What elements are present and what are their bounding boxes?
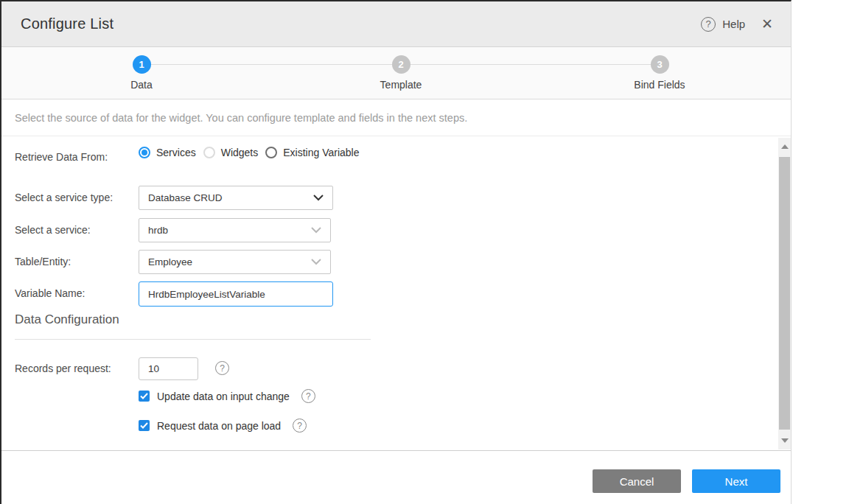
step-template[interactable]: 2 Template [357, 47, 445, 91]
retrieve-data-radio-group: Services Widgets Existing Variable [139, 147, 360, 158]
table-entity-value: Employee [148, 256, 311, 267]
radio-disabled-icon[interactable] [203, 147, 215, 158]
wizard-stepper: 1 Data 2 Template 3 Bind Fields [1, 47, 791, 99]
chevron-down-icon [311, 259, 321, 265]
dialog-subtitle: Select the source of data for the widget… [1, 100, 791, 136]
next-button[interactable]: Next [692, 469, 780, 493]
service-type-dropdown[interactable]: Database CRUD [139, 186, 333, 210]
checkbox-checked-icon[interactable] [139, 391, 150, 402]
step-label: Bind Fields [615, 79, 704, 91]
radio-selected-icon[interactable] [139, 147, 150, 158]
radio-existing-variable[interactable]: Existing Variable [265, 147, 359, 158]
records-per-request-input[interactable] [139, 357, 198, 380]
table-entity-dropdown[interactable]: Employee [139, 250, 331, 274]
radio-label: Existing Variable [283, 147, 359, 158]
radio-unselected-icon[interactable] [265, 147, 277, 158]
section-divider [15, 339, 371, 340]
checkbox-label: Request data on page load [157, 420, 281, 432]
help-icon[interactable]: ? [215, 361, 229, 375]
step-bind-fields[interactable]: 3 Bind Fields [615, 47, 704, 91]
help-button[interactable]: ? Help [701, 17, 745, 32]
radio-label: Services [156, 147, 196, 158]
retrieve-data-label: Retrieve Data From: [15, 151, 108, 163]
checkmark-icon [140, 393, 148, 399]
radio-widgets[interactable]: Widgets [203, 147, 259, 158]
help-label[interactable]: Help [722, 18, 745, 30]
step-number-badge[interactable]: 2 [392, 55, 410, 74]
service-dropdown[interactable]: hrdb [139, 218, 331, 242]
scroll-down-arrow-icon[interactable] [781, 438, 789, 443]
help-icon[interactable]: ? [301, 389, 315, 403]
scrollbar-thumb[interactable] [779, 157, 790, 430]
help-icon[interactable]: ? [293, 419, 307, 433]
chevron-down-icon [311, 227, 321, 234]
request-data-checkbox-row: Request data on page load ? [139, 419, 307, 433]
update-data-checkbox-row: Update data on input change ? [139, 389, 315, 403]
radio-services[interactable]: Services [139, 147, 196, 158]
variable-name-input[interactable] [139, 281, 333, 307]
dialog-footer: Cancel Next [1, 450, 791, 504]
step-number-badge[interactable]: 3 [651, 55, 669, 74]
checkbox-checked-icon[interactable] [139, 420, 150, 431]
step-label: Template [357, 79, 445, 91]
step-data[interactable]: 1 Data [97, 47, 186, 91]
help-icon[interactable]: ? [701, 17, 716, 32]
dialog-title: Configure List [1, 15, 113, 32]
service-type-value: Database CRUD [148, 192, 313, 203]
cancel-button[interactable]: Cancel [593, 469, 681, 493]
variable-name-label: Variable Name: [15, 287, 85, 299]
dialog-header: Configure List ? Help ✕ [1, 1, 791, 47]
form-content: Retrieve Data From: Services Widgets Exi… [1, 137, 791, 450]
scroll-up-arrow-icon[interactable] [781, 144, 789, 149]
data-configuration-heading: Data Configuration [15, 312, 119, 327]
service-label: Select a service: [15, 224, 91, 236]
radio-label: Widgets [221, 147, 259, 158]
checkbox-label: Update data on input change [157, 391, 290, 402]
service-type-label: Select a service type: [15, 192, 113, 203]
service-value: hrdb [148, 225, 311, 236]
records-per-request-label: Records per request: [15, 363, 111, 374]
scrollbar[interactable] [778, 138, 791, 449]
chevron-down-icon [313, 195, 324, 201]
close-icon[interactable]: ✕ [757, 17, 778, 31]
step-number-badge[interactable]: 1 [133, 55, 151, 74]
table-entity-label: Table/Entity: [15, 256, 71, 267]
checkmark-icon [140, 422, 148, 429]
stepper-connector [150, 64, 392, 65]
step-label: Data [97, 79, 186, 91]
configure-list-dialog: Configure List ? Help ✕ 1 Data 2 Templat… [0, 0, 792, 504]
